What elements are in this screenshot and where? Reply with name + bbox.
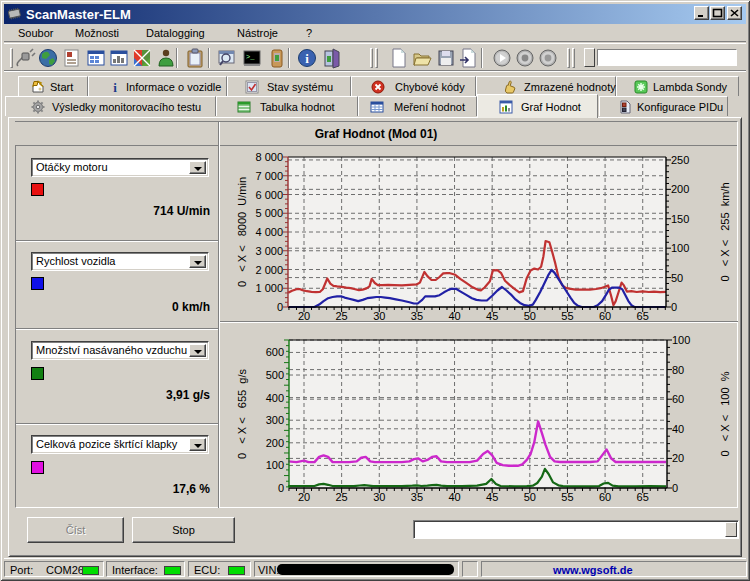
svg-text:0: 0	[671, 301, 677, 313]
svg-text:55: 55	[561, 491, 573, 503]
svg-text:40: 40	[672, 423, 684, 435]
svg-text:25: 25	[335, 491, 347, 503]
svg-text:3 000: 3 000	[255, 245, 283, 257]
svg-text:25: 25	[335, 310, 347, 322]
svg-text:60: 60	[599, 491, 611, 503]
svg-text:6 000: 6 000	[255, 189, 283, 201]
svg-text:2 000: 2 000	[255, 264, 283, 276]
svg-text:45: 45	[486, 310, 498, 322]
svg-text:35: 35	[411, 491, 423, 503]
svg-text:50: 50	[671, 272, 683, 284]
svg-text:30: 30	[373, 310, 385, 322]
svg-text:20: 20	[298, 310, 310, 322]
svg-text:400: 400	[266, 392, 284, 404]
svg-text:200: 200	[671, 183, 689, 195]
svg-text:250: 250	[671, 154, 689, 166]
svg-text:40: 40	[448, 310, 460, 322]
svg-text:60: 60	[672, 393, 684, 405]
svg-text:0: 0	[277, 301, 283, 313]
svg-text:4 000: 4 000	[255, 226, 283, 238]
svg-text:20: 20	[672, 452, 684, 464]
svg-text:i: i	[113, 80, 117, 94]
svg-text:1 000: 1 000	[255, 282, 283, 294]
svg-text:80: 80	[672, 364, 684, 376]
svg-text:8 000: 8 000	[255, 151, 283, 163]
svg-text:50: 50	[524, 491, 536, 503]
svg-text:100: 100	[671, 242, 689, 254]
svg-text:55: 55	[561, 310, 573, 322]
svg-text:60: 60	[599, 310, 611, 322]
svg-text:35: 35	[411, 310, 423, 322]
svg-text:200: 200	[266, 437, 284, 449]
svg-text:300: 300	[266, 414, 284, 426]
svg-text:7 000: 7 000	[255, 170, 283, 182]
svg-text:0 < X < 8000 U/min: 0 < X < 8000 U/min	[236, 177, 248, 287]
svg-text:600: 600	[266, 346, 284, 358]
svg-text:0: 0	[278, 482, 284, 494]
svg-text:50: 50	[524, 310, 536, 322]
svg-text:150: 150	[671, 213, 689, 225]
svg-text:100: 100	[266, 459, 284, 471]
svg-text:0 < X < 255 km/h: 0 < X < 255 km/h	[719, 182, 731, 281]
svg-text:100: 100	[672, 334, 690, 346]
svg-text:>_: >_	[246, 53, 255, 61]
svg-text:0 < X < 100 %: 0 < X < 100 %	[719, 371, 731, 456]
svg-text:65: 65	[637, 491, 649, 503]
svg-text:40: 40	[448, 491, 460, 503]
svg-text:65: 65	[637, 310, 649, 322]
svg-text:45: 45	[486, 491, 498, 503]
svg-text:0: 0	[672, 482, 678, 494]
svg-text:0 < X < 655 g/s: 0 < X < 655 g/s	[236, 369, 248, 459]
svg-text:5 000: 5 000	[255, 207, 283, 219]
svg-text:20: 20	[298, 491, 310, 503]
svg-text:500: 500	[266, 369, 284, 381]
svg-text:i: i	[305, 51, 309, 66]
svg-text:30: 30	[373, 491, 385, 503]
